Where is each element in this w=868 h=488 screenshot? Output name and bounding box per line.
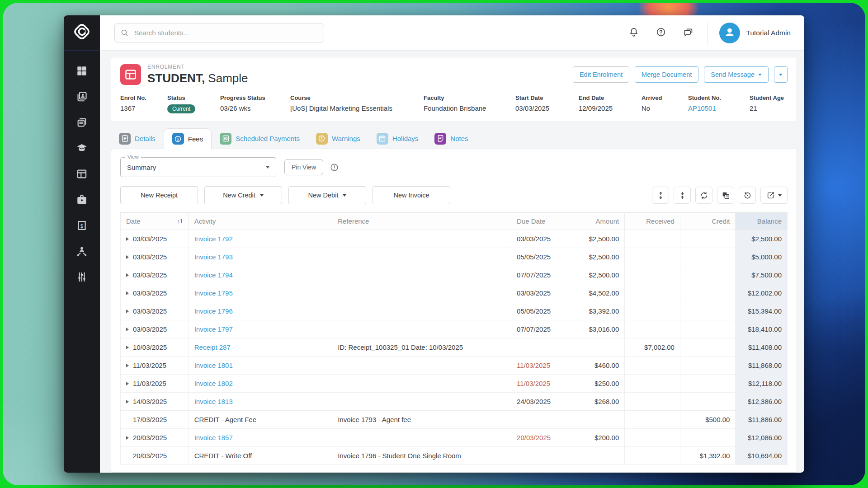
sidebar-item-agents[interactable] [64, 238, 100, 264]
expand-rows-button[interactable] [652, 187, 669, 204]
chevron-down-icon [778, 194, 782, 197]
row-expander-icon[interactable] [126, 382, 129, 385]
column-header-credit[interactable]: Credit [680, 213, 736, 230]
search-box[interactable] [114, 23, 324, 42]
sidebar-item-dashboard[interactable] [64, 58, 100, 84]
row-expander-icon[interactable] [126, 436, 129, 440]
export-button[interactable] [760, 187, 788, 204]
field-progress-status: Progress Status03/26 wks [220, 94, 290, 113]
cell-activity[interactable]: Invoice 1797 [194, 325, 233, 333]
column-header-date[interactable]: Date↑1 [121, 213, 189, 230]
sidebar-item-documents[interactable] [64, 109, 100, 135]
cell-activity[interactable]: Receipt 287 [194, 343, 231, 351]
cell-received [625, 230, 680, 248]
pin-view-button[interactable]: Pin View [284, 159, 323, 175]
cell-activity: CREDIT - Write Off [194, 452, 252, 460]
merge-document-button[interactable]: Merge Document [635, 66, 698, 83]
view-select[interactable]: View Summary [120, 157, 276, 177]
row-expander-icon[interactable] [126, 237, 129, 241]
person-icon [723, 25, 736, 41]
enrolment-fields: Enrol No.1367StatusCurrentProgress Statu… [120, 94, 788, 113]
column-header-due-date[interactable]: Due Date [511, 213, 569, 230]
info-icon[interactable] [330, 163, 339, 172]
chevron-down-icon [260, 194, 264, 197]
cell-activity[interactable]: Invoice 1795 [194, 289, 233, 297]
duplicate-button[interactable] [717, 187, 734, 204]
cell-reference: Invoice 1796 - Student One Single Room [332, 447, 511, 465]
column-header-balance[interactable]: Balance [736, 213, 788, 230]
collapse-rows-icon [678, 191, 687, 200]
sidebar-item-courses[interactable] [64, 135, 100, 161]
courses-icon [76, 142, 88, 154]
collapse-rows-button[interactable] [674, 187, 691, 204]
tab-label: Fees [188, 135, 203, 143]
search-input[interactable] [133, 28, 318, 37]
cell-activity[interactable]: Invoice 1857 [194, 434, 233, 441]
refresh-button[interactable] [695, 187, 712, 204]
user-name[interactable]: Tutorial Admin [746, 29, 791, 37]
new-invoice-button[interactable]: New Invoice [373, 186, 450, 204]
tab-notes[interactable]: Notes [426, 128, 476, 149]
tab-details[interactable]: Details [111, 128, 164, 149]
row-expander-icon[interactable] [126, 328, 129, 331]
column-header-received[interactable]: Received [625, 213, 680, 230]
notifications-button[interactable] [628, 27, 639, 39]
row-expander-icon[interactable] [126, 400, 129, 404]
messages-button[interactable] [683, 27, 693, 39]
row-expander-icon[interactable] [126, 255, 129, 259]
new-credit-button[interactable]: New Credit [204, 186, 282, 204]
notes-icon [434, 133, 446, 145]
field-label: Faculty [424, 94, 511, 101]
cell-amount: $268.00 [569, 393, 625, 411]
duplicate-icon [722, 191, 730, 200]
row-expander-icon[interactable] [126, 346, 129, 349]
history-button[interactable] [739, 187, 756, 204]
cell-balance: $2,500.00 [736, 230, 788, 248]
tab-scheduled-payments[interactable]: Scheduled Payments [212, 128, 308, 149]
new-debit-button[interactable]: New Debit [288, 186, 366, 204]
table-toolbar: New ReceiptNew CreditNew DebitNew Invoic… [120, 186, 788, 204]
fees-table: Date↑1ActivityReferenceDue DateAmountRec… [120, 212, 788, 465]
column-header-activity[interactable]: Activity [189, 213, 332, 230]
tab-warnings[interactable]: Warnings [308, 128, 368, 149]
row-expander-icon[interactable] [126, 291, 129, 295]
send-message-button[interactable]: Send Message [704, 66, 769, 83]
sidebar-item-finance[interactable]: $ [64, 212, 100, 238]
table-header: Date↑1ActivityReferenceDue DateAmountRec… [121, 213, 788, 230]
column-header-reference[interactable]: Reference [332, 213, 511, 230]
row-expander-icon[interactable] [126, 364, 129, 367]
row-expander-icon[interactable] [126, 273, 129, 277]
more-actions-button[interactable] [774, 66, 788, 83]
cell-activity[interactable]: Invoice 1813 [194, 398, 233, 405]
sidebar-item-services[interactable] [64, 187, 100, 212]
cell-activity[interactable]: Invoice 1792 [194, 235, 233, 243]
sidebar-item-enrolments[interactable] [64, 161, 100, 187]
field-value[interactable]: AP10501 [688, 104, 745, 112]
field-status: StatusCurrent [167, 94, 220, 113]
cell-due-date: 11/03/2025 [511, 375, 569, 393]
table-row: 11/03/2025Invoice 180211/03/2025$250.00$… [121, 375, 788, 393]
cell-activity[interactable]: Invoice 1793 [194, 253, 233, 261]
cell-activity[interactable]: Invoice 1802 [194, 380, 233, 387]
svg-text:$: $ [177, 136, 179, 141]
help-button[interactable] [656, 27, 666, 39]
user-avatar[interactable] [719, 23, 740, 43]
edit-enrolment-button[interactable]: Edit Enrolment [573, 66, 629, 83]
cell-activity[interactable]: Invoice 1801 [194, 361, 233, 369]
cell-credit [680, 320, 736, 338]
cell-due-date: 20/03/2025 [511, 429, 569, 447]
column-header-amount[interactable]: Amount [569, 213, 625, 230]
tab-fees[interactable]: $Fees [164, 128, 212, 149]
row-expander-icon[interactable] [126, 310, 129, 313]
new-receipt-button[interactable]: New Receipt [120, 186, 198, 204]
edit-enrolment-label: Edit Enrolment [580, 71, 623, 78]
cell-activity[interactable]: Invoice 1794 [194, 271, 233, 279]
cell-date: 11/03/2025 [133, 380, 166, 387]
cell-activity[interactable]: Invoice 1796 [194, 307, 233, 315]
tab-holidays[interactable]: Holidays [368, 128, 427, 149]
field-label: Enrol No. [120, 94, 163, 101]
sidebar-item-students[interactable] [64, 84, 100, 109]
sidebar-item-settings[interactable] [64, 264, 100, 290]
cell-received [625, 284, 680, 302]
cell-credit [680, 302, 736, 320]
